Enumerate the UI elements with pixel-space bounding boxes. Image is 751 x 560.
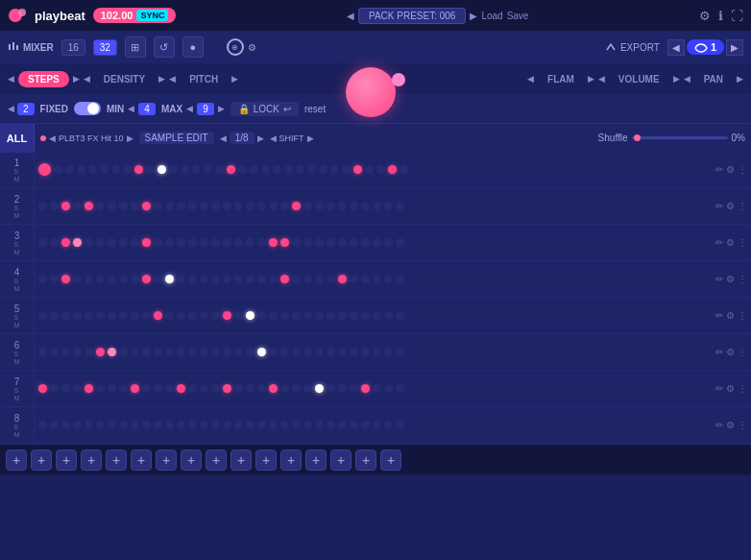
beat-dot[interactable] — [188, 421, 197, 429]
beat-dot[interactable] — [303, 275, 312, 283]
add-btn-2[interactable]: + — [31, 450, 52, 471]
beat-dot[interactable] — [177, 384, 185, 393]
beat-dot[interactable] — [234, 311, 243, 320]
beat-dot[interactable] — [223, 238, 231, 247]
beat-dot[interactable] — [211, 384, 220, 393]
beat-dot[interactable] — [234, 384, 243, 393]
beat-dot[interactable] — [234, 275, 243, 283]
beat-dot[interactable] — [38, 202, 47, 210]
beat-dot[interactable] — [96, 348, 105, 356]
beat-dot[interactable] — [269, 348, 278, 356]
beat-dot[interactable] — [73, 202, 82, 210]
beat-dot[interactable] — [257, 238, 266, 247]
beat-dot[interactable] — [142, 275, 151, 283]
beat-dot[interactable] — [327, 202, 335, 210]
beat-dot[interactable] — [315, 275, 324, 283]
beat-dot[interactable] — [108, 311, 116, 320]
beat-dot[interactable] — [146, 165, 155, 174]
beat-dot[interactable] — [211, 238, 220, 247]
beat-dot[interactable] — [50, 421, 59, 429]
gear-icon[interactable]: ⚙ — [726, 274, 735, 284]
beat-dot[interactable] — [257, 311, 266, 320]
big-circle[interactable] — [346, 67, 396, 117]
beat-dot[interactable] — [85, 202, 93, 210]
beat-dot[interactable] — [257, 384, 266, 393]
add-btn-5[interactable]: + — [106, 450, 127, 471]
add-btn-16[interactable]: + — [380, 450, 401, 471]
beat-dot[interactable] — [154, 421, 162, 429]
tab-density-next[interactable]: ▶ — [158, 74, 165, 84]
add-btn-13[interactable]: + — [305, 450, 327, 471]
beat-dot[interactable] — [204, 165, 212, 174]
beat-dot[interactable] — [396, 275, 404, 283]
pattern-icon[interactable]: ⊞ — [125, 37, 146, 58]
beat-dot[interactable] — [111, 165, 120, 174]
beat-dot[interactable] — [200, 238, 208, 247]
dots-icon[interactable]: ⋮ — [738, 274, 747, 284]
beat-dot[interactable] — [269, 238, 278, 247]
beat-dot[interactable] — [257, 275, 266, 283]
beat-dot[interactable] — [269, 384, 278, 393]
dots-icon[interactable]: ⋮ — [738, 164, 747, 175]
beat-dot[interactable] — [142, 384, 151, 393]
beat-dot[interactable] — [303, 348, 312, 356]
tab-prev-icon[interactable]: ◀ — [8, 74, 14, 84]
beat-dot[interactable] — [211, 348, 220, 356]
beat-dot[interactable] — [384, 275, 393, 283]
beat-dot[interactable] — [88, 165, 97, 174]
edit-icon[interactable]: ✏ — [715, 164, 723, 175]
beat-dot[interactable] — [142, 238, 151, 247]
beat-dot[interactable] — [38, 348, 47, 356]
beat-dot[interactable] — [350, 311, 358, 320]
beat-dot[interactable] — [361, 421, 370, 429]
beat-dot[interactable] — [280, 348, 289, 356]
beat-dot[interactable] — [315, 238, 324, 247]
beat-dot[interactable] — [280, 202, 289, 210]
gear-icon[interactable]: ⚙ — [726, 420, 735, 430]
add-btn-15[interactable]: + — [355, 450, 376, 471]
bpm-display[interactable]: 102.00 SYNC — [93, 8, 177, 23]
beat-dot[interactable] — [246, 384, 254, 393]
beat-dot[interactable] — [269, 275, 278, 283]
beat-dot[interactable] — [119, 421, 128, 429]
beat-dot[interactable] — [188, 238, 197, 247]
edit-icon[interactable]: ✏ — [715, 347, 723, 357]
beat-dot[interactable] — [223, 311, 231, 320]
info-icon[interactable]: ℹ — [718, 9, 723, 23]
preset-next-btn[interactable]: ▶ — [470, 11, 477, 21]
beat-dot[interactable] — [223, 421, 231, 429]
beat-dot[interactable] — [131, 384, 139, 393]
channel-prev-btn[interactable]: ◀ — [49, 134, 56, 143]
beat-dot[interactable] — [54, 165, 62, 174]
beat-dot[interactable] — [142, 311, 151, 320]
beat-dot[interactable] — [303, 311, 312, 320]
beat-dot[interactable] — [246, 202, 254, 210]
min-prev-btn[interactable]: ◀ — [128, 104, 134, 113]
beat-dot[interactable] — [61, 238, 70, 247]
beat-dot[interactable] — [211, 202, 220, 210]
beat-dot[interactable] — [296, 165, 304, 174]
beat-dot[interactable] — [269, 311, 278, 320]
beat-dot[interactable] — [85, 275, 93, 283]
edit-icon[interactable]: ✏ — [715, 383, 723, 394]
beat-dot[interactable] — [73, 238, 82, 247]
beat-dot[interactable] — [342, 165, 351, 174]
beat-dot[interactable] — [85, 238, 93, 247]
beat-dot[interactable] — [38, 163, 51, 176]
beat-dot[interactable] — [165, 311, 174, 320]
preset-prev-btn[interactable]: ◀ — [347, 11, 354, 21]
beat-dot[interactable] — [373, 275, 381, 283]
gear-icon[interactable]: ⚙ — [726, 201, 735, 211]
beat-dot[interactable] — [350, 202, 358, 210]
beat-dot[interactable] — [280, 384, 289, 393]
beat-dot[interactable] — [350, 348, 358, 356]
max-next-btn[interactable]: ▶ — [218, 104, 225, 113]
beat-dot[interactable] — [261, 165, 270, 174]
beat-dot[interactable] — [373, 202, 381, 210]
tab-pitch-next[interactable]: ▶ — [231, 74, 238, 84]
beat-dot[interactable] — [119, 238, 128, 247]
beat-dot[interactable] — [154, 275, 162, 283]
beat-dot[interactable] — [373, 311, 381, 320]
beat-dot[interactable] — [361, 348, 370, 356]
tab-volume-next[interactable]: ▶ — [673, 74, 680, 84]
